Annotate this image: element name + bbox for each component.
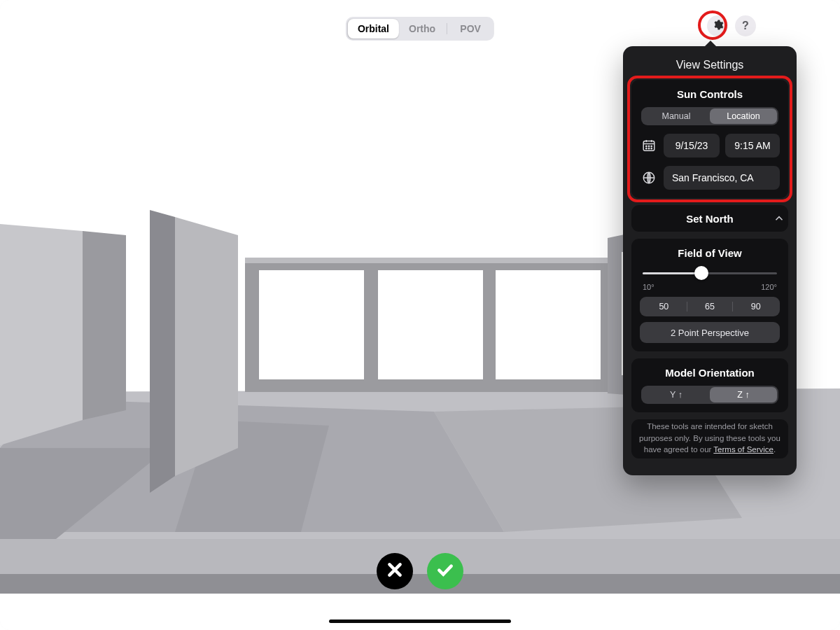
svg-rect-10 — [378, 270, 483, 379]
fov-max-label: 120° — [761, 283, 777, 291]
sun-controls-heading: Sun Controls — [640, 88, 780, 100]
sun-controls-card: Sun Controls Manual Location 9/15/23 9:1… — [631, 80, 788, 198]
sun-date-chip[interactable]: 9/15/23 — [664, 134, 720, 158]
svg-marker-16 — [0, 224, 83, 445]
two-point-perspective-button[interactable]: 2 Point Perspective — [640, 322, 780, 343]
disclaimer-card: These tools are intended for sketch purp… — [631, 419, 788, 458]
camera-mode-segmented[interactable]: Orbital Ortho POV — [346, 17, 494, 41]
sun-mode-location[interactable]: Location — [710, 108, 777, 124]
svg-rect-11 — [496, 270, 601, 379]
sun-mode-segmented[interactable]: Manual Location — [641, 107, 778, 125]
svg-point-22 — [651, 146, 652, 146]
fov-preset-50[interactable]: 50 — [641, 298, 687, 315]
settings-button[interactable] — [707, 15, 728, 36]
fov-presets[interactable]: 50 65 90 — [640, 297, 780, 316]
set-north-label: Set North — [686, 213, 734, 225]
view-settings-popover: View Settings Sun Controls Manual Locati… — [623, 46, 797, 475]
globe-icon — [640, 170, 658, 186]
svg-marker-17 — [83, 231, 126, 420]
fov-slider-thumb[interactable] — [694, 266, 708, 280]
terms-of-service-link[interactable]: Terms of Service — [713, 445, 774, 454]
sun-mode-manual[interactable]: Manual — [643, 108, 710, 124]
fov-min-label: 10° — [643, 283, 654, 291]
gear-icon — [712, 19, 724, 34]
confirm-button[interactable] — [427, 553, 463, 589]
camera-mode-ortho[interactable]: Ortho — [399, 19, 445, 38]
help-icon: ? — [742, 20, 749, 32]
cancel-button[interactable] — [377, 553, 413, 589]
svg-point-20 — [646, 146, 647, 146]
sun-location-chip[interactable]: San Francisco, CA — [664, 166, 780, 190]
fov-heading: Field of View — [640, 247, 780, 259]
camera-mode-pov[interactable]: POV — [449, 19, 492, 38]
close-icon — [386, 561, 404, 582]
orientation-y-up[interactable]: Y ↑ — [643, 387, 710, 402]
svg-rect-9 — [259, 270, 364, 379]
app-stage: Orbital Ortho POV ? View Settings Sun Co… — [0, 0, 840, 630]
orientation-heading: Model Orientation — [640, 367, 780, 379]
svg-point-24 — [648, 148, 649, 148]
svg-marker-18 — [245, 258, 608, 263]
help-button[interactable]: ? — [735, 15, 756, 36]
segmented-separator — [447, 23, 447, 34]
popover-title: View Settings — [631, 59, 788, 71]
svg-point-25 — [651, 148, 652, 148]
chevron-up-icon — [773, 212, 785, 225]
model-orientation-card: Model Orientation Y ↑ Z ↑ — [631, 358, 788, 412]
fov-preset-65[interactable]: 65 — [687, 298, 733, 315]
sun-time-chip[interactable]: 9:15 AM — [725, 134, 780, 158]
fov-preset-90[interactable]: 90 — [733, 298, 778, 315]
orientation-z-up[interactable]: Z ↑ — [710, 387, 777, 402]
svg-marker-15 — [150, 210, 175, 493]
svg-point-21 — [648, 146, 649, 146]
home-indicator — [329, 620, 511, 623]
fov-slider[interactable] — [643, 266, 777, 280]
orientation-segmented[interactable]: Y ↑ Z ↑ — [641, 386, 778, 404]
check-icon — [436, 561, 454, 582]
set-north-row[interactable]: Set North — [631, 205, 788, 232]
svg-point-23 — [646, 148, 647, 148]
disclaimer-suffix: . — [774, 445, 776, 454]
camera-mode-orbital[interactable]: Orbital — [348, 19, 399, 38]
calendar-icon — [640, 138, 658, 153]
field-of-view-card: Field of View 10° 120° 50 65 90 2 Point … — [631, 239, 788, 351]
svg-marker-14 — [175, 217, 238, 476]
